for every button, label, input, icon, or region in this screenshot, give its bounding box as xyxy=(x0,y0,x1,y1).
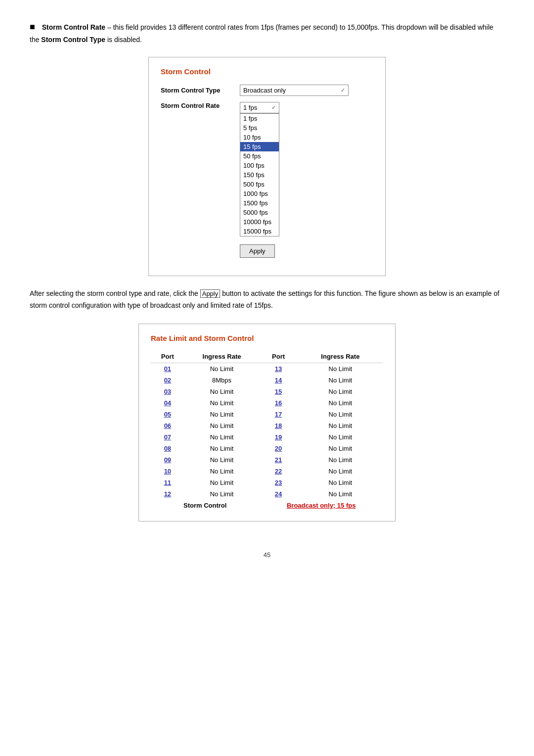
table-row: 06 No Limit 18 No Limit xyxy=(151,420,383,431)
port-link[interactable]: 04 xyxy=(164,399,171,407)
apply-button[interactable]: Apply xyxy=(240,244,275,258)
col-header-port1: Port xyxy=(151,350,184,363)
ingress-rate: No Limit xyxy=(184,409,260,420)
port-link[interactable]: 08 xyxy=(164,445,171,452)
table-row: 10 No Limit 22 No Limit xyxy=(151,466,383,477)
ingress-rate: No Limit xyxy=(184,454,260,466)
dropdown-item[interactable]: 50 fps xyxy=(240,151,279,161)
port-link[interactable]: 12 xyxy=(164,490,171,498)
intro-is-disabled: is disabled. xyxy=(105,36,142,44)
ingress-rate: No Limit xyxy=(298,431,383,443)
port-link[interactable]: 22 xyxy=(275,468,282,475)
port-link[interactable]: 01 xyxy=(164,365,171,373)
storm-rate-row: Storm Control Rate 1 fps ✓ 1 fps5 fps10 … xyxy=(161,102,373,236)
port-link[interactable]: 09 xyxy=(164,456,171,464)
table-row: 03 No Limit 15 No Limit xyxy=(151,386,383,397)
table-row: 02 8Mbps 14 No Limit xyxy=(151,375,383,386)
storm-rate-value: 1 fps xyxy=(243,104,257,111)
port-link[interactable]: 14 xyxy=(275,377,282,384)
port-link[interactable]: 10 xyxy=(164,468,171,475)
col-header-port2: Port xyxy=(259,350,297,363)
dropdown-item[interactable]: 15000 fps xyxy=(240,227,279,236)
storm-rate-control: 1 fps ✓ 1 fps5 fps10 fps15 fps50 fps100 … xyxy=(240,102,373,236)
ingress-rate: No Limit xyxy=(298,454,383,466)
ingress-rate: No Limit xyxy=(184,386,260,397)
ingress-rate: No Limit xyxy=(298,420,383,431)
dropdown-item[interactable]: 5000 fps xyxy=(240,208,279,217)
port-link[interactable]: 05 xyxy=(164,411,171,418)
port-link[interactable]: 02 xyxy=(164,377,171,384)
dropdown-item[interactable]: 10 fps xyxy=(240,133,279,142)
table-row: 12 No Limit 24 No Limit xyxy=(151,488,383,500)
dropdown-item[interactable]: 150 fps xyxy=(240,170,279,180)
storm-rate-term: Storm Control Rate xyxy=(42,23,105,31)
ingress-rate: No Limit xyxy=(298,397,383,409)
ingress-rate: No Limit xyxy=(184,488,260,500)
port-link[interactable]: 21 xyxy=(275,456,282,464)
storm-rate-select[interactable]: 1 fps ✓ xyxy=(240,102,279,113)
storm-type-control: Broadcast only ✓ xyxy=(240,85,373,96)
dropdown-item[interactable]: 1000 fps xyxy=(240,189,279,198)
chevron-down-icon2: ✓ xyxy=(271,104,276,111)
ingress-rate: No Limit xyxy=(298,375,383,386)
storm-rate-label: Storm Control Rate xyxy=(161,102,240,109)
chevron-down-icon: ✓ xyxy=(341,87,345,94)
page-number: 45 xyxy=(264,551,270,559)
storm-type-label: Storm Control Type xyxy=(161,87,240,94)
table-row: 07 No Limit 19 No Limit xyxy=(151,431,383,443)
storm-control-label: Storm Control xyxy=(151,500,259,511)
table-row: 11 No Limit 23 No Limit xyxy=(151,477,383,488)
ingress-rate: No Limit xyxy=(184,397,260,409)
ingress-rate: No Limit xyxy=(184,466,260,477)
storm-control-summary-row: Storm Control Broadcast only; 15 fps xyxy=(151,500,383,511)
dropdown-item[interactable]: 1 fps xyxy=(240,114,279,123)
port-link[interactable]: 20 xyxy=(275,445,282,452)
description-paragraph: After selecting the storm control type a… xyxy=(30,288,504,312)
port-link[interactable]: 13 xyxy=(275,365,282,373)
dropdown-item[interactable]: 5 fps xyxy=(240,123,279,133)
table-row: 04 No Limit 16 No Limit xyxy=(151,397,383,409)
ingress-rate: No Limit xyxy=(184,443,260,454)
storm-control-value: Broadcast only; 15 fps xyxy=(259,500,383,511)
ingress-rate: No Limit xyxy=(184,363,260,375)
dropdown-item[interactable]: 500 fps xyxy=(240,180,279,189)
port-link[interactable]: 23 xyxy=(275,479,282,486)
dropdown-item[interactable]: 15 fps xyxy=(240,142,279,151)
storm-rate-dropdown[interactable]: 1 fps5 fps10 fps15 fps50 fps100 fps150 f… xyxy=(240,113,279,236)
port-link[interactable]: 24 xyxy=(275,490,282,498)
table-row: 08 No Limit 20 No Limit xyxy=(151,443,383,454)
storm-type-value: Broadcast only xyxy=(243,87,286,94)
ingress-rate: No Limit xyxy=(298,466,383,477)
port-link[interactable]: 03 xyxy=(164,388,171,395)
storm-panel-title: Storm Control xyxy=(161,67,373,76)
ingress-rate: 8Mbps xyxy=(184,375,260,386)
dropdown-item[interactable]: 1500 fps xyxy=(240,198,279,208)
ingress-rate: No Limit xyxy=(298,488,383,500)
col-header-ingress2: Ingress Rate xyxy=(298,350,383,363)
port-link[interactable]: 06 xyxy=(164,422,171,429)
col-header-ingress1: Ingress Rate xyxy=(184,350,260,363)
port-link[interactable]: 11 xyxy=(164,479,171,486)
table-row: 05 No Limit 17 No Limit xyxy=(151,409,383,420)
port-link[interactable]: 19 xyxy=(275,433,282,441)
ingress-rate: No Limit xyxy=(184,420,260,431)
storm-control-panel: Storm Control Storm Control Type Broadca… xyxy=(148,57,386,276)
dropdown-item[interactable]: 100 fps xyxy=(240,161,279,170)
table-row: 09 No Limit 21 No Limit xyxy=(151,454,383,466)
ingress-rate: No Limit xyxy=(298,386,383,397)
dropdown-item[interactable]: 10000 fps xyxy=(240,217,279,227)
apply-reference: Apply xyxy=(200,289,221,298)
ingress-rate: No Limit xyxy=(298,363,383,375)
ingress-rate: No Limit xyxy=(184,431,260,443)
port-link[interactable]: 07 xyxy=(164,433,171,441)
page-footer: 45 xyxy=(30,551,504,559)
rate-limit-panel: Rate Limit and Storm Control Port Ingres… xyxy=(138,324,396,521)
storm-type-row: Storm Control Type Broadcast only ✓ xyxy=(161,85,373,96)
table-row: 01 No Limit 13 No Limit xyxy=(151,363,383,375)
port-link[interactable]: 17 xyxy=(275,411,282,418)
storm-type-select[interactable]: Broadcast only ✓ xyxy=(240,85,349,96)
port-link[interactable]: 18 xyxy=(275,422,282,429)
port-link[interactable]: 16 xyxy=(275,399,282,407)
port-link[interactable]: 15 xyxy=(275,388,282,395)
storm-type-bold: Storm Control Type xyxy=(41,36,105,44)
